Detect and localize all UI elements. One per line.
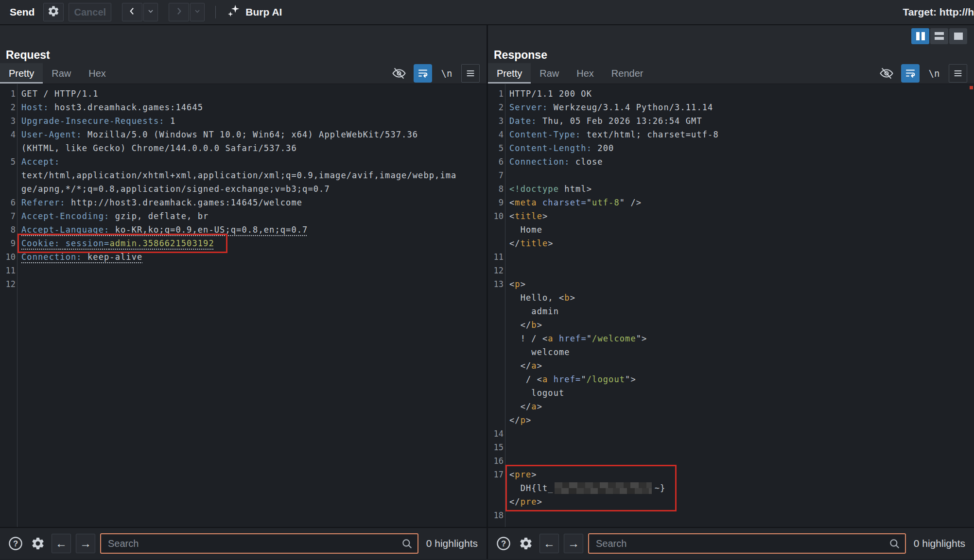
tab-render[interactable]: Render [603, 63, 652, 84]
menu-icon[interactable] [461, 64, 480, 83]
repeater-toolbar: Send Cancel Burp AI Target: http [0, 0, 974, 25]
send-button[interactable]: Send [10, 6, 35, 18]
request-search-bar: ? ← → 0 highlights [0, 527, 487, 559]
columns-layout-icon [916, 32, 920, 40]
code-line: 4User-Agent: Mozilla/5.0 (Windows NT 10.… [0, 128, 487, 141]
line-number: 10 [488, 209, 504, 223]
history-forward-dropdown[interactable] [190, 3, 205, 21]
arrow-right-icon: → [80, 537, 91, 550]
request-view-icons: \n [391, 63, 480, 84]
search-settings-gear-icon[interactable] [29, 535, 47, 552]
word-wrap-icon[interactable] [414, 64, 432, 83]
line-number [488, 373, 504, 386]
line-number: 6 [0, 196, 16, 209]
line-number: 5 [488, 141, 504, 155]
code-line: </a> [488, 400, 974, 413]
line-number: 2 [488, 101, 504, 114]
tab-pretty[interactable]: Pretty [0, 63, 43, 84]
newline-icon[interactable]: \n [438, 65, 455, 82]
gear-icon [47, 5, 60, 19]
tab-hex[interactable]: Hex [568, 63, 603, 84]
line-number: 15 [488, 441, 504, 454]
code-line: 18 [488, 509, 974, 522]
code-line: welcome [488, 345, 974, 359]
burp-ai-button[interactable]: Burp AI [226, 4, 282, 21]
code-line: 7Accept-Encoding: gzip, deflate, br [0, 209, 487, 223]
layout-rows-button[interactable] [930, 28, 948, 44]
code-line: ge/apng,*/*;q=0.8,application/signed-exc… [0, 182, 487, 196]
code-line: 1HTTP/1.1 200 OK [488, 87, 974, 101]
code-line: (KHTML, like Gecko) Chrome/144.0.0.0 Saf… [0, 141, 487, 155]
search-settings-gear-icon[interactable] [517, 535, 535, 552]
line-number [0, 169, 16, 182]
response-panel: Response PrettyRawHexRender \n 1HTTP/ [488, 25, 974, 559]
line-number [488, 291, 504, 305]
line-number: 1 [0, 87, 16, 101]
arrow-right-icon: → [568, 537, 579, 550]
layout-single-button[interactable] [949, 28, 967, 44]
code-line: </pre> [488, 495, 974, 509]
sparkles-icon [226, 4, 241, 21]
code-line: </b> [488, 318, 974, 332]
help-icon[interactable]: ? [7, 535, 24, 552]
line-number [488, 332, 504, 345]
line-number: 1 [488, 87, 504, 101]
code-line: 4Content-Type: text/html; charset=utf-8 [488, 128, 974, 141]
code-line: 1GET / HTTP/1.1 [0, 87, 487, 101]
line-number [488, 318, 504, 332]
line-number [488, 345, 504, 359]
hide-nonprintable-icon[interactable] [878, 65, 895, 82]
response-title: Response [488, 47, 974, 63]
response-editor[interactable]: 1HTTP/1.1 200 OK2Server: Werkzeug/3.1.4 … [488, 84, 974, 527]
history-back-button[interactable] [122, 3, 142, 21]
line-number: 5 [0, 155, 16, 169]
code-line: 17<pre> [488, 468, 974, 481]
code-line: text/html,application/xhtml+xml,applicat… [0, 169, 487, 182]
line-number: 2 [0, 101, 16, 114]
line-number: 12 [488, 264, 504, 277]
cancel-button[interactable]: Cancel [69, 3, 111, 21]
hide-nonprintable-icon[interactable] [391, 65, 407, 82]
newline-icon[interactable]: \n [926, 65, 942, 82]
code-line: 10<title> [488, 209, 974, 223]
code-line: 5Content-Length: 200 [488, 141, 974, 155]
arrow-left-icon: ← [55, 537, 67, 550]
history-back-dropdown[interactable] [143, 3, 158, 21]
tab-raw[interactable]: Raw [43, 63, 80, 84]
code-line: logout [488, 386, 974, 400]
toolbar-divider [215, 6, 216, 18]
request-editor[interactable]: 1GET / HTTP/1.12Host: host3.dreamhack.ga… [0, 84, 487, 527]
code-line: 15 [488, 441, 974, 454]
tab-hex[interactable]: Hex [80, 63, 115, 84]
search-next-button[interactable]: → [564, 534, 583, 553]
code-line: / <a href="/logout"> [488, 373, 974, 386]
search-next-button[interactable]: → [76, 534, 95, 553]
search-prev-button[interactable]: ← [539, 534, 559, 553]
redacted-flag-blur [555, 482, 652, 494]
word-wrap-icon[interactable] [901, 64, 920, 83]
target-label: Target: http://h [903, 6, 974, 18]
menu-icon[interactable] [949, 64, 967, 83]
search-prev-button[interactable]: ← [52, 534, 71, 553]
help-icon[interactable]: ? [495, 535, 512, 552]
line-number [488, 413, 504, 427]
code-line: 6Referer: http://host3.dreamhack.games:1… [0, 196, 487, 209]
request-tabs: PrettyRawHex [0, 63, 115, 84]
line-number: 4 [0, 128, 16, 141]
response-search-input[interactable] [588, 533, 906, 554]
code-line: DH{lt_~} [488, 481, 974, 495]
request-panel: Request PrettyRawHex \n 1GET / HTTP/1.12… [0, 25, 487, 559]
line-number: 13 [488, 277, 504, 291]
line-number: 3 [0, 114, 16, 128]
send-settings-button[interactable] [43, 3, 64, 21]
request-search-input[interactable] [100, 533, 418, 554]
request-title: Request [0, 47, 487, 63]
tab-raw[interactable]: Raw [531, 63, 568, 84]
layout-columns-button[interactable] [911, 28, 929, 44]
history-forward-button[interactable] [169, 3, 189, 21]
code-line: </p> [488, 413, 974, 427]
tab-pretty[interactable]: Pretty [488, 63, 531, 84]
code-line: 8Accept-Language: ko-KR,ko;q=0.9,en-US;q… [0, 223, 487, 237]
code-line: 8<!doctype html> [488, 182, 974, 196]
code-line: </title> [488, 237, 974, 250]
